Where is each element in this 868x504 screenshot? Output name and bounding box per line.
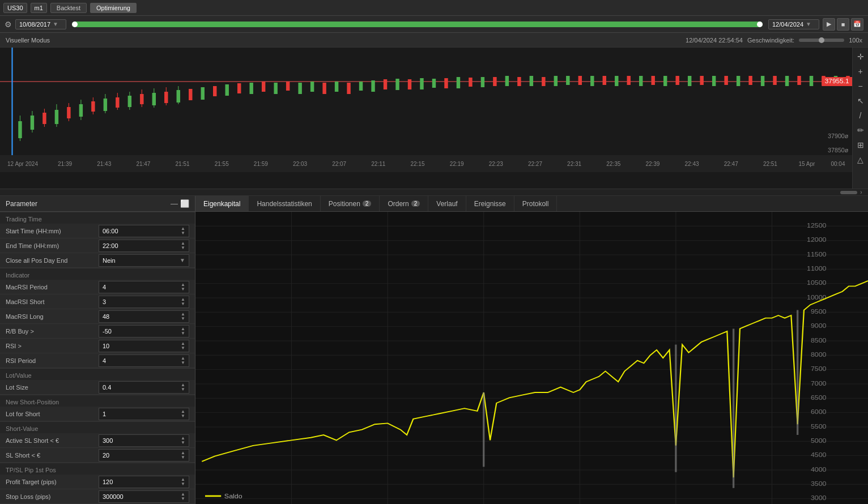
spinner-down[interactable]: ▼ xyxy=(181,287,185,292)
pen-icon[interactable]: ✏ xyxy=(854,123,867,137)
param-value-lot-short[interactable]: 1 ▲▼ xyxy=(99,408,189,420)
start-date-input[interactable]: 10/08/2017 ▼ xyxy=(15,19,66,29)
svg-text:Saldo: Saldo xyxy=(224,493,242,499)
spinner-down[interactable]: ▼ xyxy=(181,482,185,486)
start-date-arrow: ▼ xyxy=(53,21,58,27)
svg-rect-64 xyxy=(603,76,606,85)
svg-rect-67 xyxy=(639,76,643,86)
section-lot-value: Lot/Value xyxy=(0,368,195,380)
tab-verlauf[interactable]: Verlauf xyxy=(428,196,466,211)
param-label-macrsi-period: MacRSI Period xyxy=(6,284,99,291)
scroll-thumb xyxy=(840,191,857,194)
spinner-down[interactable]: ▼ xyxy=(181,317,185,321)
spinner-down[interactable]: ▼ xyxy=(181,246,185,250)
stop-button[interactable]: ■ xyxy=(837,18,849,31)
param-value-macrsi-period[interactable]: 4 ▲▼ xyxy=(99,281,189,293)
spinner-down[interactable]: ▼ xyxy=(181,302,185,306)
svg-rect-44 xyxy=(359,82,363,91)
param-value-profit-target[interactable]: 120 ▲▼ xyxy=(99,476,189,488)
svg-text:3000: 3000 xyxy=(811,495,827,501)
spinner-down[interactable]: ▼ xyxy=(181,387,185,392)
spinner-down[interactable]: ▼ xyxy=(181,414,185,418)
svg-text:6000: 6000 xyxy=(811,409,827,415)
param-value-rsi-period[interactable]: 4 ▲▼ xyxy=(99,354,189,367)
param-value-active-sl-short[interactable]: 300 ▲▼ xyxy=(99,434,189,447)
param-row-rsi: RSI > 10 ▲▼ xyxy=(0,339,195,353)
svg-rect-35 xyxy=(249,83,253,94)
range-slider-thumb-left[interactable] xyxy=(72,22,78,27)
range-slider[interactable] xyxy=(72,22,763,27)
param-value-macrsi-long[interactable]: 48 ▲▼ xyxy=(99,310,189,323)
tab-positionen[interactable]: Positionen 2 xyxy=(321,196,380,211)
param-title: Parameter xyxy=(6,200,37,208)
minus-icon[interactable]: − xyxy=(854,79,867,93)
param-row-rsi-period: RSI Period 4 ▲▼ xyxy=(0,353,195,368)
spinner-down[interactable]: ▼ xyxy=(181,231,185,236)
calendar-button[interactable]: 📅 xyxy=(851,18,863,31)
svg-rect-61 xyxy=(566,76,569,85)
spinner-down[interactable]: ▼ xyxy=(181,497,185,501)
optimierung-tab[interactable]: Optimierung xyxy=(90,3,137,13)
param-expand-btn[interactable]: ⬜ xyxy=(180,199,189,208)
svg-text:4500: 4500 xyxy=(811,452,827,458)
end-date-arrow: ▼ xyxy=(806,21,811,27)
chart-scrollbar[interactable]: › xyxy=(0,189,868,196)
grid-icon[interactable]: ⊞ xyxy=(854,138,867,152)
param-minimize-btn[interactable]: — xyxy=(171,199,178,208)
svg-text:8500: 8500 xyxy=(811,338,827,344)
svg-rect-58 xyxy=(530,76,533,86)
spinner-down[interactable]: ▼ xyxy=(181,455,185,460)
param-value-rsi[interactable]: 10 ▲▼ xyxy=(99,340,189,352)
svg-rect-48 xyxy=(408,79,411,89)
play-button[interactable]: ▶ xyxy=(823,18,835,31)
tab-protokoll[interactable]: Protokoll xyxy=(514,196,558,211)
side-toolbar: ✛ + − ↖ / ✏ ⊞ △ xyxy=(852,48,868,189)
param-value-lot-size[interactable]: 0.4 ▲▼ xyxy=(99,381,189,394)
end-date-input[interactable]: 12/04/2024 ▼ xyxy=(768,19,819,29)
visueller-bar: Visueller Modus 12/04/2024 22:54:54 Gesc… xyxy=(0,33,868,48)
tab-ereignisse[interactable]: Ereignisse xyxy=(466,196,514,211)
tab-ordern[interactable]: Ordern 2 xyxy=(380,196,428,211)
line-tool-icon[interactable]: / xyxy=(854,109,867,122)
param-value-stop-loss[interactable]: 300000 ▲▼ xyxy=(99,490,189,503)
param-value-close-pos[interactable]: Nein ▼ xyxy=(99,254,189,267)
svg-rect-63 xyxy=(590,76,594,86)
param-value-sl-short[interactable]: 20 ▲▼ xyxy=(99,449,189,462)
candlestick-section: +5 428.56 € (+109%) xyxy=(0,48,868,189)
positionen-badge: 2 xyxy=(363,200,372,207)
svg-rect-51 xyxy=(444,78,448,88)
backtest-tab[interactable]: Backtest xyxy=(50,3,87,13)
svg-text:12000: 12000 xyxy=(807,237,827,243)
svg-rect-0 xyxy=(0,48,852,172)
tab-eigenkapital[interactable]: Eigenkapital xyxy=(195,196,249,211)
svg-rect-43 xyxy=(347,83,350,94)
spinner-down[interactable]: ▼ xyxy=(181,346,185,351)
svg-text:37850ø: 37850ø xyxy=(828,147,849,153)
scroll-right-icon[interactable]: › xyxy=(857,190,865,195)
spinner-down[interactable]: ▼ xyxy=(181,361,185,365)
svg-rect-56 xyxy=(505,76,509,86)
param-label-start-time: Start Time (HH:mm) xyxy=(6,228,99,234)
spinner-down[interactable]: ▼ xyxy=(181,331,185,336)
param-row-lot-short: Lot for Short 1 ▲▼ xyxy=(0,407,195,421)
spinner-down[interactable]: ▼ xyxy=(181,441,185,445)
triangle-icon[interactable]: △ xyxy=(854,153,867,166)
param-value-macrsi-short[interactable]: 3 ▲▼ xyxy=(99,296,189,308)
crosshair-icon[interactable]: ✛ xyxy=(854,50,867,63)
cursor-icon[interactable]: ↖ xyxy=(854,94,867,108)
svg-rect-47 xyxy=(395,79,399,90)
param-value-rb-buy[interactable]: -50 ▲▼ xyxy=(99,325,189,338)
param-value-start-time[interactable]: 06:00 ▲▼ xyxy=(99,225,189,237)
tab-handelsstatistiken[interactable]: Handelsstatistiken xyxy=(249,196,320,211)
svg-rect-60 xyxy=(554,76,558,86)
plus-icon[interactable]: + xyxy=(854,65,867,78)
param-value-end-time[interactable]: 22:00 ▲▼ xyxy=(99,240,189,252)
svg-rect-37 xyxy=(274,83,277,94)
svg-rect-66 xyxy=(627,76,631,85)
speed-slider[interactable] xyxy=(799,39,844,42)
param-label-stop-loss: Stop Loss (pips) xyxy=(6,493,99,500)
range-slider-thumb-right[interactable] xyxy=(757,22,763,27)
param-label-sl-short: SL Short < € xyxy=(6,452,99,459)
gear-icon[interactable]: ⚙ xyxy=(5,20,12,29)
visueller-label: Visueller Modus xyxy=(6,37,50,44)
